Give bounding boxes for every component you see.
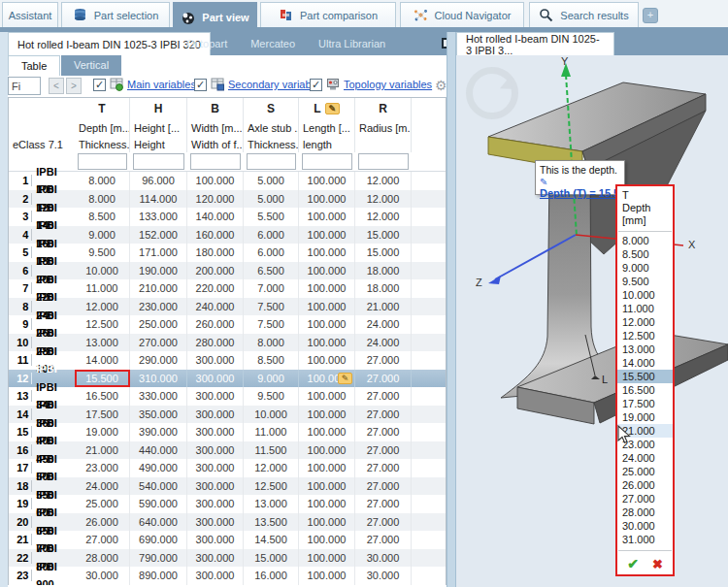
cell-B[interactable]: 300.000 (187, 387, 244, 406)
cell-S[interactable]: 6.000 (244, 226, 299, 245)
cell-H[interactable]: 310.000 (130, 370, 187, 388)
cell-R[interactable]: 27.000 (355, 387, 412, 406)
cell-T[interactable]: 9.500 (75, 244, 130, 262)
table-row-ipbi-500[interactable]: 17IPBI 50023.000490.000300.00012.000100.… (9, 459, 446, 477)
cell-H[interactable]: 640.000 (130, 513, 187, 532)
cell-B[interactable]: 300.000 (187, 351, 244, 370)
column-filter-input-B[interactable] (190, 153, 241, 170)
cell-R[interactable]: 27.000 (355, 477, 412, 496)
service-tab-ultra-librarian[interactable]: Ultra Librarian (307, 32, 397, 55)
cell-R[interactable]: 15.000 (355, 226, 412, 245)
dropdown-item-15.500[interactable]: 15.500 (617, 370, 673, 383)
cell-S[interactable]: 5.000 (244, 172, 299, 190)
checkbox[interactable]: ✓ (194, 79, 207, 91)
cell-B[interactable]: 300.000 (187, 459, 244, 477)
cell-R[interactable]: 15.000 (355, 244, 412, 262)
cell-B[interactable]: 300.000 (187, 549, 244, 568)
column-header-R[interactable]: R (355, 98, 412, 119)
cell-B[interactable]: 200.000 (187, 262, 244, 280)
cell-R[interactable]: 18.000 (355, 262, 412, 280)
cell-H[interactable]: 590.000 (130, 495, 187, 513)
cell-R[interactable]: 27.000 (355, 531, 412, 549)
cell-L[interactable]: 100.000 (299, 531, 355, 549)
dropdown-item-9.000[interactable]: 9.000 (617, 261, 673, 275)
column-filter-input-R[interactable] (358, 153, 409, 170)
cell-B[interactable]: 240.000 (187, 298, 244, 316)
cell-S[interactable]: 7.500 (244, 298, 299, 316)
cell-R[interactable]: 12.000 (355, 172, 412, 190)
cell-B[interactable]: 260.000 (187, 315, 244, 334)
dropdown-item-8.500[interactable]: 8.500 (617, 247, 673, 261)
cell-T[interactable]: 15.500 (75, 370, 130, 388)
table-row-ipbi-800[interactable]: 22IPBI 80028.000790.000300.00015.000100.… (9, 549, 446, 568)
cell-L[interactable]: 100.000 (299, 549, 355, 568)
cell-R[interactable]: 27.000 (355, 423, 412, 441)
cell-B[interactable]: 100.000 (187, 172, 244, 190)
cell-B[interactable]: 300.000 (187, 531, 244, 549)
cell-L[interactable]: 100.000 (299, 208, 355, 226)
cell-R[interactable]: 12.000 (355, 208, 412, 226)
cell-S[interactable]: 11.500 (244, 441, 299, 460)
cell-B[interactable]: 120.000 (187, 190, 244, 209)
cell-T[interactable]: 16.500 (75, 387, 130, 406)
cell-T[interactable]: 12.000 (75, 298, 130, 316)
cell-L[interactable]: 100.000✎ (299, 370, 355, 388)
tab-table[interactable]: Table (8, 55, 60, 76)
next-button[interactable]: > (66, 78, 82, 94)
cell-T[interactable]: 19.000 (75, 423, 130, 441)
table-row-ipbi-160[interactable]: 4IPBI 1609.000152.000160.0006.000100.000… (9, 226, 446, 245)
cell-B[interactable]: 300.000 (187, 441, 244, 460)
table-row-ipbi-240[interactable]: 8IPBI 24012.000230.000240.0007.500100.00… (9, 298, 446, 316)
tab-vertical[interactable]: Vertical (61, 55, 121, 76)
dropdown-item-27.000[interactable]: 27.000 (617, 492, 673, 505)
cell-S[interactable]: 12.500 (244, 477, 299, 496)
cell-H[interactable]: 390.000 (130, 423, 187, 441)
cell-H[interactable]: 490.000 (130, 459, 187, 477)
cell-S[interactable]: 7.500 (244, 315, 299, 334)
cell-H[interactable]: 230.000 (130, 298, 187, 316)
cell-T[interactable]: 13.000 (75, 334, 130, 352)
cell-T[interactable]: 27.000 (75, 531, 130, 549)
cell-S[interactable]: 15.000 (244, 549, 299, 568)
cell-H[interactable]: 890.000 (130, 567, 187, 585)
table-row-ipbi-220[interactable]: 7IPBI 22011.000210.000220.0007.000100.00… (9, 279, 446, 298)
cell-H[interactable]: 270.000 (130, 334, 187, 352)
main-tab-part-comparison[interactable]: Part comparison (260, 2, 396, 27)
cell-H[interactable]: 790.000 (130, 549, 187, 568)
cell-R[interactable]: 30.000 (355, 567, 412, 585)
cell-L[interactable]: 100.000 (299, 315, 355, 334)
cell-T[interactable]: 8.500 (75, 208, 130, 226)
cell-L[interactable]: 100.000 (299, 441, 355, 460)
cell-T[interactable]: 25.000 (75, 495, 130, 513)
main-tab-cloud-navigator[interactable]: Cloud Navigator (400, 2, 524, 27)
cell-B[interactable]: 300.000 (187, 406, 244, 424)
dropdown-item-25.000[interactable]: 25.000 (617, 465, 673, 478)
cell-L[interactable]: 100.000 (299, 459, 355, 477)
cell-B[interactable]: 180.000 (187, 244, 244, 262)
editable-pencil-icon[interactable]: ✎ (338, 373, 352, 384)
cell-T[interactable]: 11.000 (75, 279, 130, 298)
dropdown-item-30.000[interactable]: 30.000 (617, 519, 673, 533)
cell-S[interactable]: 6.000 (244, 244, 299, 262)
column-filter-input-L[interactable] (302, 153, 352, 170)
cell-T[interactable]: 10.000 (75, 262, 130, 280)
cell-R[interactable]: 24.000 (355, 334, 412, 352)
cell-H[interactable]: 350.000 (130, 406, 187, 424)
cell-H[interactable]: 210.000 (130, 279, 187, 298)
dropdown-item-28.000[interactable]: 28.000 (617, 505, 673, 519)
dropdown-item-14.000[interactable]: 14.000 (617, 356, 673, 370)
cell-T[interactable]: 12.500 (75, 315, 130, 334)
cell-L[interactable]: 100.000 (299, 567, 355, 585)
checkbox[interactable]: ✓ (310, 79, 322, 91)
variable-link[interactable]: Secondary variable (228, 79, 319, 90)
editable-pencil-icon[interactable]: ✎ (325, 103, 340, 114)
cell-L[interactable]: 100.000 (299, 495, 355, 513)
cell-L[interactable]: 100.000 (299, 244, 355, 262)
column-filter-input-T[interactable] (78, 153, 127, 170)
cell-T[interactable]: 8.000 (75, 172, 130, 190)
cell-S[interactable]: 5.500 (244, 208, 299, 226)
dropdown-item-19.000[interactable]: 19.000 (617, 410, 673, 424)
document-tab-right[interactable]: Hot rolled I-beam DIN 1025-3 IPBI 3... (456, 32, 614, 55)
service-tab-octopart[interactable]: Octopart (175, 32, 239, 55)
cell-B[interactable]: 160.000 (187, 226, 244, 245)
